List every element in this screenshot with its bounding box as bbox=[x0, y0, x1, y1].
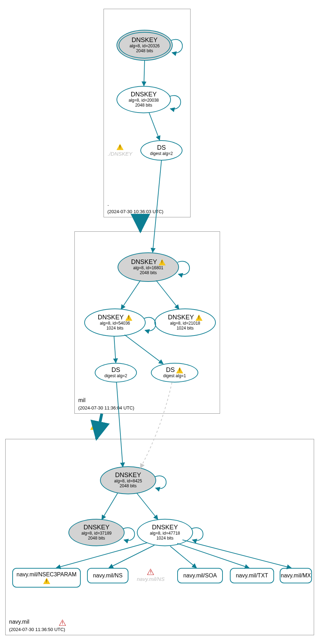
label: DNSKEY bbox=[131, 91, 157, 98]
zone-mil-label: mil bbox=[78, 397, 85, 404]
subtext: alg=8, id=16801 bbox=[133, 266, 163, 271]
rr-ns[interactable]: navy.mil/NS bbox=[87, 568, 128, 583]
warning-icon bbox=[125, 314, 132, 321]
warning-icon bbox=[117, 144, 124, 150]
warning-icon bbox=[176, 367, 183, 373]
error-icon bbox=[147, 569, 154, 575]
label: DNSKEY bbox=[84, 524, 109, 531]
label: DNSKEY bbox=[98, 314, 124, 321]
subtext: 2048 bits bbox=[120, 484, 137, 489]
subtext: 1024 bits bbox=[106, 326, 124, 331]
label: DNSKEY bbox=[152, 524, 178, 531]
zone-root-label: . bbox=[107, 201, 109, 207]
label: navy.mil/NS bbox=[93, 572, 122, 579]
label: navy.mil/MX bbox=[281, 572, 311, 579]
warning-icon bbox=[159, 259, 166, 265]
rr-mx[interactable]: navy.mil/MX bbox=[280, 568, 312, 583]
dnskey-root-zsk[interactable]: DNSKEY alg=8, id=20038 2048 bits bbox=[117, 86, 171, 113]
label: DNSKEY bbox=[115, 472, 141, 479]
label: DNSKEY bbox=[168, 314, 194, 321]
dnskey-navy-k2[interactable]: DNSKEY alg=8, id=37189 2048 bits bbox=[68, 519, 125, 546]
ghost-navy-ns: navy.mil/NS bbox=[137, 569, 165, 582]
subtext: alg=8, id=47718 bbox=[150, 531, 180, 536]
dnskey-mil-zsk2[interactable]: DNSKEY alg=8, id=21018 1024 bits bbox=[154, 309, 216, 337]
ds-mil-1[interactable]: DS digest alg=2 bbox=[95, 363, 137, 382]
label: DS bbox=[111, 367, 120, 374]
subtext: 2048 bits bbox=[140, 271, 157, 276]
subtext: alg=8, id=37189 bbox=[81, 531, 112, 536]
label: DS bbox=[157, 144, 166, 151]
label: navy.mil/NSEC3PARAM bbox=[16, 571, 77, 578]
dnskey-mil-zsk1[interactable]: DNSKEY alg=8, id=54036 1024 bits bbox=[84, 309, 146, 337]
subtext: alg=8, id=20326 bbox=[129, 44, 160, 49]
subtext: 1024 bits bbox=[157, 536, 174, 541]
dnskey-navy-zsk[interactable]: DNSKEY alg=8, id=47718 1024 bits bbox=[137, 519, 193, 546]
dnskey-root-ksk[interactable]: DNSKEY alg=8, id=20326 2048 bits bbox=[117, 30, 173, 61]
delegation-warning bbox=[90, 423, 97, 431]
zone-navy-error bbox=[59, 620, 66, 628]
subtext: digest alg=2 bbox=[104, 374, 127, 379]
subtext: digest alg=2 bbox=[150, 151, 173, 156]
zone-navy-time: (2024-07-30 11:36:50 UTC) bbox=[9, 627, 65, 632]
label: navy.mil/TXT bbox=[236, 572, 268, 579]
ghost-label: ./DNSKEY bbox=[108, 151, 132, 157]
label: DNSKEY bbox=[132, 37, 158, 44]
subtext: alg=8, id=21018 bbox=[170, 321, 200, 326]
subtext: digest alg=1 bbox=[163, 374, 186, 379]
zone-root-time: (2024-07-30 10:36:03 UTC) bbox=[107, 209, 164, 214]
zone-navy-label: navy.mil bbox=[9, 619, 29, 625]
subtext: 2048 bits bbox=[88, 536, 105, 541]
dnskey-mil-ksk[interactable]: DNSKEY alg=8, id=16801 2048 bits bbox=[118, 252, 179, 282]
label: navy.mil/SOA bbox=[183, 572, 217, 579]
subtext: 1024 bits bbox=[177, 326, 194, 331]
subtext: alg=8, id=54036 bbox=[100, 321, 130, 326]
ghost-label: navy.mil/NS bbox=[137, 576, 165, 582]
warning-icon bbox=[90, 423, 97, 430]
error-icon bbox=[59, 620, 66, 626]
warning-icon bbox=[43, 578, 50, 584]
ghost-root-dnskey: ./DNSKEY bbox=[108, 144, 132, 157]
svg-line-9 bbox=[97, 414, 102, 439]
warning-icon bbox=[195, 314, 202, 321]
label: DS bbox=[166, 367, 175, 374]
dnskey-navy-ksk[interactable]: DNSKEY alg=8, id=8425 2048 bits bbox=[100, 466, 156, 494]
ds-mil-2[interactable]: DS digest alg=1 bbox=[151, 363, 198, 382]
ds-root[interactable]: DS digest alg=2 bbox=[140, 140, 182, 161]
subtext: alg=8, id=8425 bbox=[114, 479, 142, 484]
label: DNSKEY bbox=[131, 259, 157, 266]
rr-soa[interactable]: navy.mil/SOA bbox=[177, 568, 223, 583]
subtext: 2048 bits bbox=[135, 103, 152, 108]
rr-nsec3param[interactable]: navy.mil/NSEC3PARAM bbox=[12, 568, 81, 588]
subtext: 2048 bits bbox=[136, 49, 153, 54]
subtext: alg=8, id=20038 bbox=[128, 98, 159, 103]
zone-mil-time: (2024-07-30 11:36:04 UTC) bbox=[78, 405, 134, 411]
rr-txt[interactable]: navy.mil/TXT bbox=[230, 568, 274, 583]
